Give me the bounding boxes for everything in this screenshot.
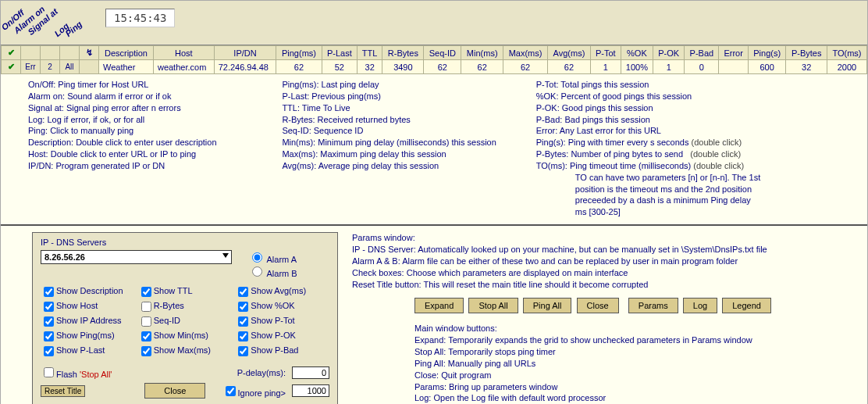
row-onoff[interactable]: ✔ — [2, 60, 21, 74]
col-avg: Avg(ms) — [548, 46, 591, 60]
col-description: Description — [99, 46, 154, 60]
row-plast: 52 — [322, 60, 357, 74]
chk-flash-stopall[interactable]: Flash 'Stop All' — [41, 365, 112, 380]
grid-header-row: ✔ ↯ Description Host IP/DN Ping(ms) P-La… — [2, 46, 867, 60]
radio-alarm-a[interactable]: Alarm A — [248, 250, 297, 264]
chk-show-max[interactable]: Show Max(ms) — [138, 344, 233, 359]
row-description[interactable]: Weather — [99, 60, 154, 74]
table-row[interactable]: ✔ Err 2 All Weather weather.com 72.246.9… — [2, 60, 867, 74]
params-title: IP - DNS Servers — [41, 238, 329, 247]
row-host[interactable]: weather.com — [153, 60, 214, 74]
row-rbytes: 3490 — [382, 60, 424, 74]
chk-show-min[interactable]: Show Min(ms) — [138, 329, 233, 344]
col-ping-icon[interactable]: ↯ — [80, 46, 99, 60]
header-bar: On/Off Alarm on Signal at Log Ping 15:45… — [1, 1, 867, 45]
dns-select[interactable]: 8.26.56.26 — [41, 250, 232, 264]
chk-show-host[interactable]: Show Host — [41, 299, 135, 314]
main-help-params: Params: Bring up parameters window — [414, 381, 850, 393]
dns-value: 8.26.56.26 — [44, 252, 85, 262]
ping-grid: ✔ ↯ Description Host IP/DN Ping(ms) P-La… — [1, 45, 867, 74]
main-close-button[interactable]: Close — [577, 298, 619, 313]
col-pbytes: P-Bytes — [786, 46, 827, 60]
params-help-dns: IP - DNS Server: Automatically looked up… — [352, 244, 850, 256]
params-window: IP - DNS Servers 8.26.56.26 Alarm A Alar… — [32, 232, 338, 404]
help-onoff: On/Off: Ping timer for Host URL — [28, 79, 274, 91]
col-signal[interactable] — [41, 46, 60, 60]
help-to-extra-1: TO can have two parameters [n] or [n-n].… — [536, 172, 844, 184]
chk-show-ptot[interactable]: Show P-Tot — [235, 314, 329, 329]
params-button[interactable]: Params — [628, 298, 678, 313]
help-plast: P-Last: Previous ping(ms) — [282, 91, 528, 102]
params-help-reset: Reset Title button: This will reset the … — [352, 279, 850, 291]
help-pingms: Ping(ms): Last ping delay — [282, 79, 528, 91]
pdelay-input[interactable]: 0 — [292, 366, 329, 379]
col-max: Max(ms) — [503, 46, 548, 60]
right-help-block: Params window: IP - DNS Server: Automati… — [352, 232, 850, 404]
main-help-expand: Expand: Temporarily expands the grid to … — [414, 334, 850, 346]
pingall-button[interactable]: Ping All — [523, 298, 572, 313]
log-button[interactable]: Log — [683, 298, 717, 313]
radio-alarm-b[interactable]: Alarm B — [248, 264, 297, 278]
expand-button[interactable]: Expand — [414, 298, 464, 313]
params-help-title: Params window: — [352, 232, 850, 244]
clock-display[interactable]: 15:45:43 — [105, 9, 175, 27]
row-pbad: 0 — [685, 60, 719, 74]
stopall-button[interactable]: Stop All — [468, 298, 518, 313]
help-error: Error: Any Last error for this URL — [536, 125, 844, 137]
col-ptot: P-Tot — [590, 46, 621, 60]
col-pbad: P-Bad — [685, 46, 719, 60]
main-button-row: Expand Stop All Ping All Close Params Lo… — [414, 298, 850, 313]
chk-show-pokpct[interactable]: Show %OK — [235, 299, 329, 314]
chk-show-pingms[interactable]: Show Ping(ms) — [41, 329, 135, 344]
col-rbytes: R-Bytes — [382, 46, 424, 60]
col-seqid: Seq-ID — [424, 46, 461, 60]
ignore-ping-input[interactable]: 1000 — [292, 384, 329, 397]
legend-help-block: On/Off: Ping timer for Host URL Alarm on… — [1, 74, 867, 226]
chk-show-ip[interactable]: Show IP Address — [41, 314, 135, 329]
legend-button[interactable]: Legend — [722, 298, 771, 313]
row-to[interactable]: 2000 — [827, 60, 866, 74]
chk-show-pbad[interactable]: Show P-Bad — [235, 344, 329, 359]
col-onoff[interactable]: ✔ — [2, 46, 21, 60]
main-help-close: Close: Quit program — [414, 370, 850, 381]
col-error: Error — [719, 46, 749, 60]
col-pokpct: %OK — [621, 46, 653, 60]
help-col-3: P-Tot: Total pings this session %OK: Per… — [536, 79, 844, 218]
close-button[interactable]: Close — [144, 383, 205, 399]
help-log: Log: Log if error, if ok, or for all — [28, 114, 274, 126]
row-signal[interactable]: 2 — [41, 60, 60, 74]
chk-show-pok[interactable]: Show P-OK — [235, 329, 329, 344]
diagonal-column-labels: On/Off Alarm on Signal at Log Ping — [5, 4, 99, 40]
col-ipdn: IP/DN — [214, 46, 276, 60]
help-avg: Avg(ms): Average ping delay this session — [282, 160, 528, 172]
help-pbad: P-Bad: Bad pings this session — [536, 114, 844, 126]
main-help-log: Log: Open the Log file with default word… — [414, 392, 850, 404]
col-plast: P-Last — [322, 46, 357, 60]
row-ping-trigger[interactable] — [80, 60, 99, 74]
row-pbytes[interactable]: 32 — [786, 60, 827, 74]
row-pok: 1 — [653, 60, 685, 74]
main-help-pingall: Ping All: Manually ping all URLs — [414, 358, 850, 370]
refresh-icon: ↯ — [86, 48, 93, 57]
col-to: TO(ms) — [827, 46, 866, 60]
help-to-extra-3: preceeded by a dash is a minimum Ping de… — [536, 195, 844, 206]
row-error — [719, 60, 749, 74]
chk-show-description[interactable]: Show Description — [41, 284, 135, 299]
chk-ignore-ping[interactable]: Ignore ping> — [222, 384, 286, 399]
col-log[interactable] — [60, 46, 80, 60]
row-alarm[interactable]: Err — [21, 60, 41, 74]
reset-title-button[interactable]: Reset Title — [41, 385, 85, 397]
col-pok: P-OK — [653, 46, 685, 60]
col-alarm[interactable] — [21, 46, 41, 60]
row-log[interactable]: All — [60, 60, 80, 74]
help-pbytes: P-Bytes: Number of ping bytes to send (d… — [536, 148, 844, 160]
row-ipdn: 72.246.94.48 — [214, 60, 276, 74]
chk-r-bytes[interactable]: R-Bytes — [138, 299, 233, 314]
chk-show-ttl[interactable]: Show TTL — [138, 284, 233, 299]
row-pokpct: 100% — [621, 60, 653, 74]
row-pings[interactable]: 600 — [748, 60, 786, 74]
chk-show-avg[interactable]: Show Avg(ms) — [235, 284, 329, 299]
chk-show-plast[interactable]: Show P-Last — [41, 344, 135, 359]
chk-seq-id[interactable]: Seq-ID — [138, 314, 233, 329]
help-ipdn: IP/DN: Program generated IP or DN — [28, 160, 274, 172]
